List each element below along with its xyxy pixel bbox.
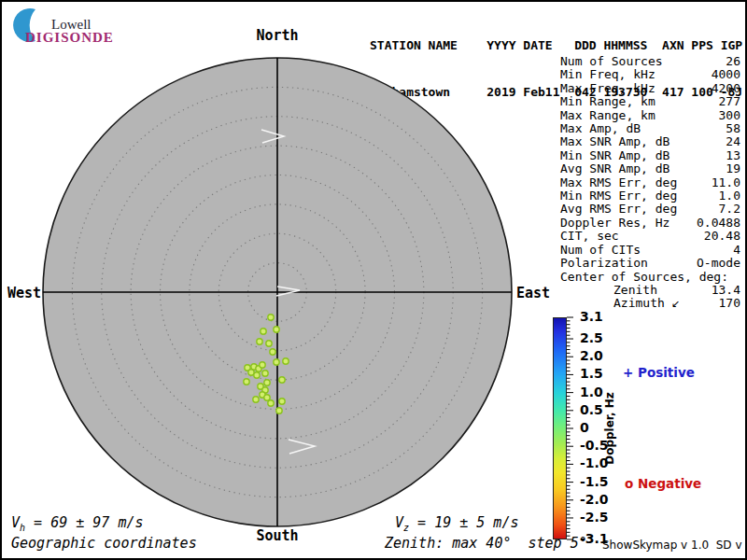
skymap-source-point xyxy=(261,329,266,334)
skymap-source-point xyxy=(279,377,285,383)
skymap-source-point xyxy=(264,395,270,400)
skymap-source-point xyxy=(268,315,274,320)
skymap-plot xyxy=(0,0,747,560)
skymap-source-point xyxy=(268,400,274,406)
skymap-source-point xyxy=(260,362,265,368)
skymap-source-point xyxy=(254,372,260,378)
skymap-source-point xyxy=(257,339,262,344)
skymap-source-point xyxy=(262,371,268,376)
skymap-source-point xyxy=(279,399,285,404)
skymap-source-point xyxy=(274,327,279,332)
skymap-source-point xyxy=(276,408,282,413)
skymap-source-point xyxy=(283,358,289,364)
skymap-source-point xyxy=(266,341,272,346)
skymap-source-point xyxy=(253,397,259,402)
skymap-source-point xyxy=(274,359,279,365)
skymap-source-point xyxy=(264,380,270,385)
skymap-source-point xyxy=(244,379,249,385)
skymap-source-point xyxy=(270,349,275,355)
